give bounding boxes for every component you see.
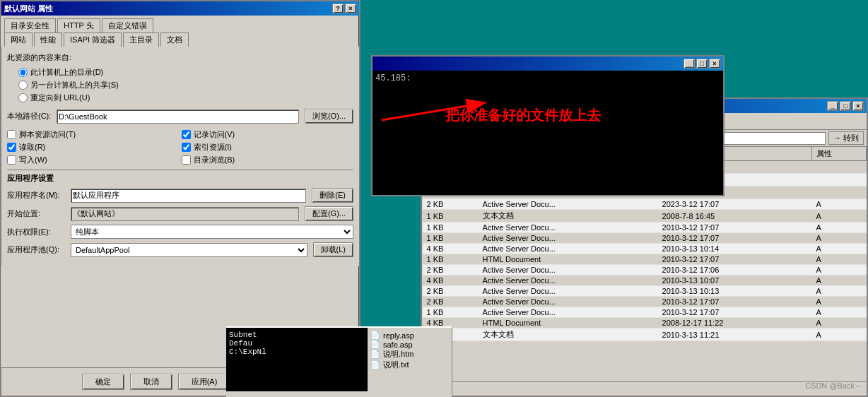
permission-select[interactable]: 纯脚本 <box>71 225 353 239</box>
checkbox-index[interactable]: 索引资源(I) <box>182 142 354 153</box>
checkbox-script-access[interactable]: 脚本资源访问(T) <box>7 129 180 140</box>
explorer-maximize[interactable]: □ <box>840 101 851 111</box>
pool-label: 应用程序池(Q): <box>7 244 71 255</box>
checkbox-grid: 脚本资源访问(T) 记录访问(V) 读取(R) 索引资源(I) 写入(W) 目录… <box>7 129 353 165</box>
table-row[interactable]: 2 KB Active Server Docu... 2010-3-12 17:… <box>423 265 867 275</box>
radio-local-dir[interactable]: 此计算机上的目录(D) <box>18 67 353 78</box>
cell-size: 4 KB <box>423 275 479 286</box>
table-row[interactable]: 2 KB Active Server Docu... 2010-3-12 17:… <box>423 297 867 307</box>
file-safe-asp-name: safe.asp <box>383 340 413 349</box>
terminal-minimize[interactable]: _ <box>684 59 695 69</box>
browse-button[interactable]: 浏览(O)... <box>305 109 353 124</box>
help-button[interactable]: ? <box>332 4 344 13</box>
cell-type: Active Server Docu... <box>479 286 658 297</box>
start-pos-row: 开始位置: 《默认网站》 配置(G)... <box>7 206 353 221</box>
cell-date: 2010-3-12 17:07 <box>658 233 812 244</box>
pool-row: 应用程序池(Q): DefaultAppPool 卸载(L) <box>7 242 353 257</box>
checkbox-read[interactable]: 读取(R) <box>7 142 180 153</box>
cell-type: HTML Document <box>479 318 658 328</box>
table-row[interactable]: 1 KB Active Server Docu... 2010-3-12 17:… <box>423 307 867 318</box>
close-button[interactable]: × <box>345 4 356 13</box>
table-row[interactable]: 1 KB Active Server Docu... 2010-3-12 17:… <box>423 223 867 233</box>
tab-home-directory[interactable]: 主目录 <box>123 32 159 47</box>
pool-select[interactable]: DefaultAppPool <box>71 243 307 257</box>
htm-icon: 📄 <box>370 350 380 359</box>
app-name-label: 应用程序名(M): <box>7 190 71 201</box>
terminal-window: _ □ × 45.185: <box>371 55 725 196</box>
radio-redirect-url[interactable]: 重定向到 URL(U) <box>18 93 353 103</box>
tab-row-1: 目录安全性 HTTP 头 自定义错误 <box>1 16 359 32</box>
checkbox-log-access[interactable]: 记录访问(V) <box>182 129 354 140</box>
cell-type: Active Server Docu... <box>479 265 658 275</box>
table-row[interactable]: 2 KB Active Server Docu... 2023-3-12 17:… <box>423 199 867 210</box>
tab-custom-errors[interactable]: 自定义错误 <box>102 18 153 32</box>
radio-group: 此计算机上的目录(D) 另一台计算机上的共享(S) 重定向到 URL(U) <box>18 67 353 103</box>
delete-button[interactable]: 删除(E) <box>312 188 353 203</box>
file-reply-asp-name: reply.asp <box>383 331 414 340</box>
explorer-statusbar <box>422 381 867 396</box>
cell-date: 2010-3-13 10:14 <box>658 244 812 254</box>
cell-size: 1 KB <box>423 210 479 223</box>
start-pos-value: 《默认网站》 <box>71 207 299 221</box>
go-button[interactable]: → 转到 <box>828 131 864 145</box>
terminal-maximize[interactable]: □ <box>696 59 708 69</box>
config-button[interactable]: 配置(G)... <box>305 206 353 221</box>
section-title: 此资源的内容来自: <box>7 52 353 63</box>
table-row[interactable]: 4 KB Active Server Docu... 2010-3-13 10:… <box>423 275 867 286</box>
table-row[interactable]: 4 KB Active Server Docu... 2010-3-13 10:… <box>423 244 867 254</box>
cell-type: Active Server Docu... <box>479 244 658 254</box>
tab-row-2: 网站 性能 ISAPI 筛选器 主目录 文档 <box>1 32 359 47</box>
terminal-close[interactable]: × <box>709 59 720 69</box>
path-input[interactable] <box>57 109 299 124</box>
cell-date: 2010-3-12 17:07 <box>658 254 812 265</box>
file-explain-txt-name: 说明.txt <box>383 360 409 370</box>
tab-http-headers[interactable]: HTTP 头 <box>57 18 100 32</box>
start-pos-label: 开始位置: <box>7 208 71 219</box>
cell-date: 2010-3-13 11:21 <box>658 328 812 341</box>
radio-network-share[interactable]: 另一台计算机上的共享(S) <box>18 80 353 90</box>
cell-attr: A <box>811 307 866 318</box>
terminal-title <box>375 59 383 69</box>
col-attr[interactable]: 属性 <box>811 147 866 161</box>
table-row[interactable]: 1 KB 文本文档 2010-3-13 11:21 A <box>423 328 867 341</box>
cancel-button[interactable]: 取消 <box>130 374 172 390</box>
checkbox-write[interactable]: 写入(W) <box>7 155 180 165</box>
explorer-close[interactable]: × <box>852 101 864 111</box>
cell-attr: A <box>811 210 866 223</box>
cell-type: Active Server Docu... <box>479 307 658 318</box>
table-row[interactable]: 1 KB HTML Document 2010-3-12 17:07 A <box>423 254 867 265</box>
table-row[interactable]: 2 KB Active Server Docu... 2010-3-13 10:… <box>423 286 867 297</box>
table-row[interactable]: 1 KB 文本文档 2008-7-8 16:45 A <box>423 210 867 223</box>
app-name-input[interactable] <box>71 189 306 203</box>
tab-directory-security[interactable]: 目录安全性 <box>4 18 56 32</box>
cell-attr: A <box>811 254 866 265</box>
explorer-minimize[interactable]: _ <box>827 101 838 111</box>
asp-icon-1: 📄 <box>370 331 380 340</box>
dialog-titlebar: 默认网站 属性 ? × <box>1 1 359 16</box>
unload-button[interactable]: 卸载(L) <box>313 242 353 257</box>
cell-type: Active Server Docu... <box>479 275 658 286</box>
asp-icon-2: 📄 <box>370 340 380 349</box>
terminal-content: 45.185: <box>373 71 723 86</box>
table-row[interactable]: 4 KB HTML Document 2008-12-17 11:22 A <box>423 318 867 328</box>
dialog-title: 默认网站 属性 <box>4 4 53 14</box>
tab-isapi-filters[interactable]: ISAPI 筛选器 <box>64 32 122 47</box>
path-row: 本地路径(C): 浏览(O)... <box>7 109 353 124</box>
cell-attr <box>811 161 866 174</box>
file-safe-asp: 📄 safe.asp <box>370 340 414 349</box>
terminal-title-btns: _ □ × <box>684 59 720 69</box>
cell-date: 2010-3-12 17:06 <box>658 265 812 275</box>
apply-button[interactable]: 应用(A) <box>178 374 231 390</box>
cell-size: 2 KB <box>423 286 479 297</box>
tab-documents[interactable]: 文档 <box>160 32 189 47</box>
tab-website[interactable]: 网站 <box>4 32 33 47</box>
checkbox-dir-browse[interactable]: 目录浏览(B) <box>182 155 354 165</box>
cell-attr: A <box>811 199 866 210</box>
cell-type: Active Server Docu... <box>479 233 658 244</box>
cell-attr: A <box>811 233 866 244</box>
ok-button[interactable]: 确定 <box>82 374 124 390</box>
cell-type: Active Server Docu... <box>479 223 658 233</box>
table-row[interactable]: 1 KB Active Server Docu... 2010-3-12 17:… <box>423 233 867 244</box>
cell-date: 2010-3-12 17:07 <box>658 297 812 307</box>
tab-performance[interactable]: 性能 <box>34 32 62 47</box>
